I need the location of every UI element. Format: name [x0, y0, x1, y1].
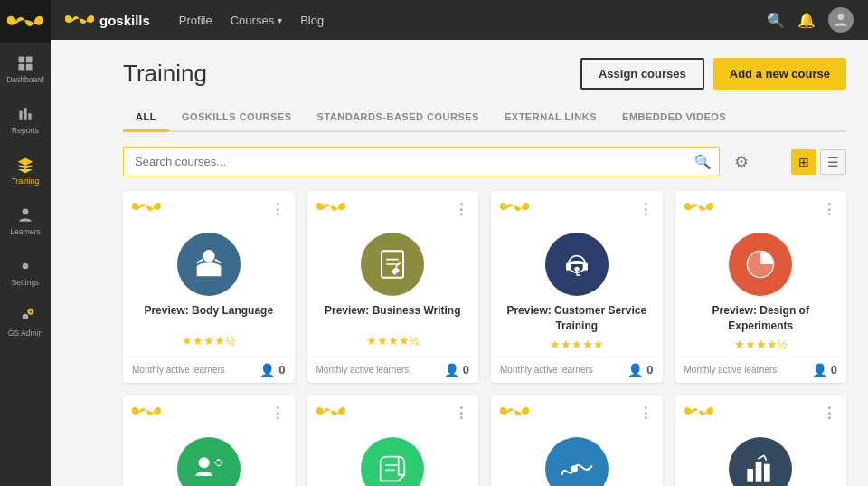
card-menu-button[interactable]: ⋮ — [454, 405, 469, 422]
learners-label: Monthly active learners — [684, 365, 778, 375]
card-icon-area — [491, 224, 663, 303]
page-header: Training Assign courses Add a new course — [123, 58, 846, 90]
course-icon — [177, 437, 241, 486]
tab-external-links[interactable]: EXTERNAL LINKS — [492, 104, 609, 132]
card-top: ⋮ — [307, 395, 479, 428]
sidebar-item-learners[interactable]: Learners — [0, 195, 51, 246]
card-top: ⋮ — [675, 395, 847, 428]
course-title: Preview: Customer Service Training — [491, 303, 663, 338]
svg-rect-23 — [748, 469, 754, 482]
card-menu-button[interactable]: ⋮ — [822, 201, 837, 218]
bell-icon[interactable]: 🔔 — [797, 12, 816, 29]
card-top: ⋮ — [307, 191, 479, 224]
course-icon — [729, 233, 792, 296]
svg-rect-0 — [19, 56, 25, 62]
assign-courses-button[interactable]: Assign courses — [580, 58, 704, 90]
view-toggle: ⊞ ☰ — [791, 149, 846, 175]
course-title: Preview: Business Writing — [307, 303, 479, 334]
sidebar-logo[interactable] — [0, 0, 51, 43]
learner-count: 👤 0 — [627, 363, 653, 377]
course-stars: ★★★★½ — [123, 334, 295, 353]
card-icon-area — [307, 224, 479, 303]
course-card[interactable]: ⋮ Monthly active learners 👤 0 — [307, 395, 479, 486]
card-icon-area — [123, 224, 295, 303]
card-icon-area — [675, 224, 847, 303]
list-view-button[interactable]: ☰ — [820, 149, 846, 175]
learners-label: Monthly active learners — [316, 365, 410, 375]
header-buttons: Assign courses Add a new course — [580, 58, 846, 90]
tab-all[interactable]: ALL — [123, 104, 169, 132]
nav-blog[interactable]: Blog — [300, 14, 324, 27]
sidebar-item-gsadmin[interactable]: ★ GS Admin — [0, 297, 51, 348]
svg-point-18 — [198, 457, 209, 468]
course-stars: ★★★★½ — [307, 334, 479, 353]
svg-rect-24 — [756, 462, 762, 482]
svg-text:★: ★ — [29, 310, 33, 314]
add-new-course-button[interactable]: Add a new course — [713, 58, 846, 90]
goskills-logo — [500, 198, 529, 220]
card-menu-button[interactable]: ⋮ — [822, 405, 837, 422]
card-menu-button[interactable]: ⋮ — [638, 201, 654, 218]
course-card[interactable]: ⋮ Preview: Design of Experiments ★★★★½ M… — [675, 191, 847, 383]
card-footer: Monthly active learners 👤 0 — [123, 357, 295, 383]
svg-rect-1 — [26, 56, 33, 62]
person-icon: 👤 — [444, 363, 459, 377]
card-top: ⋮ — [675, 191, 847, 224]
goskills-logo — [500, 403, 529, 424]
sidebar-item-dashboard[interactable]: Dashboard — [0, 43, 51, 94]
svg-point-4 — [23, 208, 29, 214]
learner-count: 👤 0 — [259, 363, 285, 377]
search-icon[interactable]: 🔍 — [767, 12, 785, 29]
card-top: ⋮ — [123, 395, 295, 428]
card-icon-area — [675, 428, 847, 486]
svg-rect-25 — [764, 463, 770, 481]
goskills-logo — [316, 403, 345, 424]
nav-courses[interactable]: Courses ▾ — [231, 14, 282, 27]
learners-label: Monthly active learners — [132, 365, 225, 375]
course-card[interactable]: ⋮ Preview: Body Language ★★★★½ Monthly a… — [123, 191, 295, 383]
card-menu-button[interactable]: ⋮ — [270, 405, 286, 422]
course-stars: ★★★★½ — [675, 338, 847, 357]
avatar[interactable] — [828, 7, 854, 33]
course-card[interactable]: ⋮ Monthly active learners 👤 0 — [675, 395, 847, 486]
course-grid: ⋮ Preview: Body Language ★★★★½ Monthly a… — [123, 191, 846, 486]
course-card[interactable]: ⋮ Preview: Business Writing ★★★★½ Monthl… — [307, 191, 479, 383]
nav-profile[interactable]: Profile — [179, 14, 212, 27]
card-top: ⋮ — [491, 395, 663, 428]
sidebar-item-settings[interactable]: Settings — [0, 246, 51, 297]
search-submit-button[interactable]: 🔍 — [694, 154, 712, 170]
goskills-logo — [684, 403, 713, 424]
tab-goskills-courses[interactable]: GOSKILLS COURSES — [169, 104, 305, 132]
svg-rect-2 — [19, 63, 25, 70]
card-menu-button[interactable]: ⋮ — [270, 201, 286, 218]
card-icon-area — [307, 428, 479, 486]
svg-point-7 — [838, 14, 844, 20]
sidebar-item-training[interactable]: Training — [0, 145, 51, 195]
card-menu-button[interactable]: ⋮ — [454, 201, 469, 218]
course-card[interactable]: ⋮ Preview: Customer Service Training ★★★… — [491, 191, 663, 383]
learners-label: Monthly active learners — [500, 365, 593, 375]
card-icon-area — [123, 428, 295, 486]
person-icon: 👤 — [259, 363, 275, 377]
tab-standards-based[interactable]: STANDARDS-BASED COURSES — [305, 104, 492, 132]
course-card[interactable]: ⋮ Monthly active learners 👤 0 — [491, 395, 663, 486]
sidebar-item-reports[interactable]: Reports — [0, 94, 51, 145]
search-row: 🔍 ⚙ ⊞ ☰ — [123, 147, 846, 176]
filter-settings-button[interactable]: ⚙ — [729, 148, 754, 176]
search-input[interactable] — [124, 148, 719, 176]
tabs-bar: ALL GOSKILLS COURSES STANDARDS-BASED COU… — [123, 104, 846, 132]
grid-view-button[interactable]: ⊞ — [791, 149, 816, 175]
tab-embedded-videos[interactable]: EMBEDDED VIDEOS — [609, 104, 739, 132]
topnav: goskills Profile Courses ▾ Blog 🔍 🔔 — [51, 0, 868, 40]
goskills-logo — [132, 403, 161, 424]
course-icon — [361, 233, 424, 296]
course-card[interactable]: ⋮ Monthly active learners 👤 0 — [123, 395, 295, 486]
course-title: Preview: Design of Experiments — [675, 303, 847, 338]
learner-count: 👤 0 — [812, 363, 837, 377]
course-icon — [177, 233, 241, 296]
goskills-logo — [684, 198, 713, 220]
svg-point-22 — [571, 466, 576, 471]
card-menu-button[interactable]: ⋮ — [638, 405, 654, 422]
course-icon — [545, 233, 609, 296]
learner-count: 👤 0 — [444, 363, 469, 377]
